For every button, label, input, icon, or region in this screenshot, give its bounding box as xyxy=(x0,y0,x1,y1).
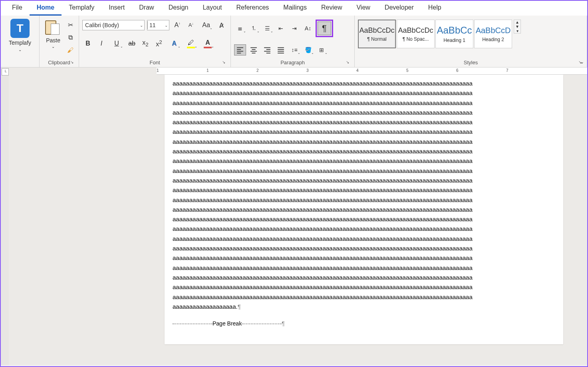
document-body-text[interactable]: aaaaaaaaaaaaaaaaaaaaaaaaaaaaaaaaaaaaaaaa… xyxy=(173,79,555,311)
decrease-indent-button[interactable]: ⇤ xyxy=(275,23,287,34)
font-name-value: Calibri (Body) xyxy=(83,21,139,29)
chevron-down-icon: ⌄ xyxy=(298,51,300,55)
justify-button[interactable] xyxy=(275,44,287,56)
font-color-button[interactable]: A⌄ xyxy=(201,38,215,49)
align-center-button[interactable] xyxy=(248,44,260,56)
outdent-icon: ⇤ xyxy=(278,25,283,32)
brush-icon: 🖌 xyxy=(67,47,74,54)
collapse-ribbon-button[interactable]: ⌄ xyxy=(580,59,584,65)
numbering-button[interactable]: ⒈⌄ xyxy=(248,23,260,34)
style-preview: AaBbCcDc xyxy=(360,26,395,35)
borders-button[interactable]: ⊞⌄ xyxy=(316,44,328,56)
clipboard-dialog-launcher[interactable]: ↘ xyxy=(69,60,75,65)
subscript-button[interactable]: x2 xyxy=(140,38,151,49)
chevron-down-icon: ⌄ xyxy=(243,30,246,33)
strike-icon: ab xyxy=(128,40,135,47)
chevron-down-icon: ⌄ xyxy=(52,44,55,49)
chevron-down-icon: ⌄ xyxy=(325,51,328,55)
format-painter-button[interactable]: 🖌 xyxy=(65,45,75,56)
bold-icon: B xyxy=(85,40,90,47)
horizontal-ruler[interactable]: 11234567 xyxy=(157,67,587,75)
grow-font-icon: A↑ xyxy=(174,22,180,29)
style-name-label: Heading 1 xyxy=(443,38,465,43)
styles-scroll-down[interactable]: ▼ xyxy=(514,24,520,29)
style---no-spac---[interactable]: AaBbCcDc¶ No Spac... xyxy=(397,20,435,48)
align-right-button[interactable] xyxy=(261,44,273,56)
pilcrow-icon: ¶ xyxy=(322,23,327,34)
indent-icon: ⇥ xyxy=(292,25,297,32)
paste-button[interactable]: Paste ⌄ xyxy=(43,17,64,50)
font-size-dropdown[interactable]: 11 ⌄ xyxy=(147,20,169,30)
increase-indent-button[interactable]: ⇥ xyxy=(288,23,300,34)
bullets-button[interactable]: ≣⌄ xyxy=(234,23,246,34)
group-styles: AaBbCcDc¶ NormalAaBbCcDc¶ No Spac...AaBb… xyxy=(355,16,587,67)
sort-button[interactable]: A↕ xyxy=(302,23,314,34)
styles-expand[interactable]: ▾ xyxy=(514,29,520,33)
font-dialog-launcher[interactable]: ↘ xyxy=(221,60,226,65)
copy-icon: ⧉ xyxy=(68,34,73,41)
templafy-button[interactable]: T Templafy ⌄ xyxy=(4,17,36,54)
clipboard-group-label: Clipboard xyxy=(48,60,70,65)
menu-references[interactable]: References xyxy=(229,1,276,16)
strikethrough-button[interactable]: ab xyxy=(126,38,137,49)
show-hide-button[interactable]: ¶ xyxy=(318,22,331,35)
cut-button[interactable]: ✂ xyxy=(65,20,75,30)
page[interactable]: aaaaaaaaaaaaaaaaaaaaaaaaaaaaaaaaaaaaaaaa… xyxy=(165,75,563,344)
sort-icon: A↕ xyxy=(305,25,311,32)
shrink-font-icon: A↓ xyxy=(189,22,194,28)
font-name-dropdown[interactable]: Calibri (Body) ⌄ xyxy=(82,20,145,30)
align-left-icon xyxy=(236,46,244,54)
text-effects-button[interactable]: A⌄ xyxy=(167,38,181,49)
styles-group-label: Styles xyxy=(464,60,478,65)
clipboard-icon xyxy=(45,19,61,36)
style-name-label: Heading 2 xyxy=(482,37,504,42)
menu-layout[interactable]: Layout xyxy=(195,1,229,16)
superscript-button[interactable]: x2 xyxy=(153,38,165,49)
styles-scroll-up[interactable]: ▲ xyxy=(514,20,520,24)
menu-home[interactable]: Home xyxy=(30,1,62,16)
decrease-font-button[interactable]: A↓ xyxy=(185,20,197,31)
menu-mailings[interactable]: Mailings xyxy=(276,1,314,16)
superscript-icon: x2 xyxy=(156,39,162,48)
bullets-icon: ≣ xyxy=(238,25,242,32)
shading-button[interactable]: 🪣⌄ xyxy=(302,44,314,56)
menu-review[interactable]: Review xyxy=(314,1,349,16)
vertical-ruler: └ xyxy=(1,67,9,365)
line-spacing-button[interactable]: ↕≡⌄ xyxy=(288,44,300,56)
menu-insert[interactable]: Insert xyxy=(101,1,132,16)
menu-developer[interactable]: Developer xyxy=(377,1,421,16)
justify-icon xyxy=(277,46,284,54)
menu-draw[interactable]: Draw xyxy=(132,1,161,16)
styles-scroller: ▲ ▼ ▾ xyxy=(514,20,521,34)
align-left-button[interactable] xyxy=(234,44,246,56)
menu-help[interactable]: Help xyxy=(421,1,449,16)
clear-formatting-button[interactable]: A̷ xyxy=(216,20,227,31)
menu-view[interactable]: View xyxy=(349,1,377,16)
tab-selector[interactable]: └ xyxy=(2,68,9,75)
underline-button[interactable]: U⌄ xyxy=(109,38,124,49)
page-break-marker: Page Break¶ xyxy=(173,319,555,328)
italic-button[interactable]: I xyxy=(96,38,107,49)
bold-button[interactable]: B xyxy=(82,38,93,49)
ruler-mark: 2 xyxy=(256,68,259,73)
multilevel-button[interactable]: ☰⌄ xyxy=(261,23,273,34)
templafy-icon: T xyxy=(10,19,30,38)
style---normal[interactable]: AaBbCcDc¶ Normal xyxy=(358,20,396,48)
ruler-mark: 3 xyxy=(306,68,309,73)
style-heading-1[interactable]: AaBbCcHeading 1 xyxy=(435,20,473,48)
chevron-down-icon: ⌄ xyxy=(139,23,144,28)
chevron-down-icon: ⌄ xyxy=(211,45,214,48)
highlight-button[interactable]: 🖊⌄ xyxy=(184,38,198,49)
copy-button[interactable]: ⧉ xyxy=(65,32,75,43)
paragraph-dialog-launcher[interactable]: ↘ xyxy=(345,60,350,65)
style-heading-2[interactable]: AaBbCcDHeading 2 xyxy=(474,20,512,48)
increase-font-button[interactable]: A↑ xyxy=(172,20,183,31)
menu-file[interactable]: File xyxy=(5,1,30,16)
chevron-down-icon: ⌄ xyxy=(163,23,169,28)
case-icon: Aa xyxy=(202,22,210,29)
change-case-button[interactable]: Aa⌄ xyxy=(199,20,213,31)
multilevel-icon: ☰ xyxy=(265,25,270,32)
style-preview: AaBbCcD xyxy=(476,26,511,35)
menu-design[interactable]: Design xyxy=(161,1,196,16)
menu-templafy[interactable]: Templafy xyxy=(62,1,101,16)
